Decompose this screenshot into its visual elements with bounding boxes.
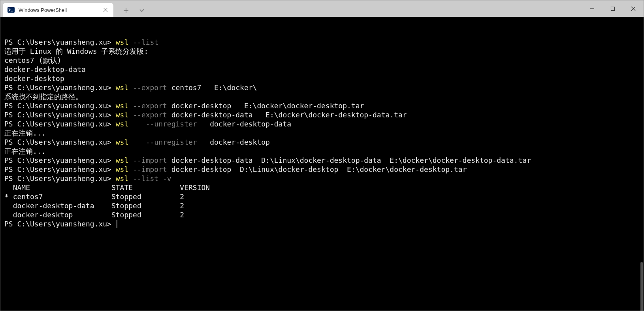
- powershell-icon: [8, 6, 15, 13]
- terminal-window: Windows PowerShell: [0, 0, 644, 311]
- terminal-line: PS C:\Users\yuansheng.xu> wsl --export c…: [4, 83, 640, 92]
- tab-title: Windows PowerShell: [19, 7, 98, 13]
- terminal-line: PS C:\Users\yuansheng.xu>: [4, 219, 640, 228]
- terminal-line: 适用于 Linux 的 Windows 子系统分发版:: [4, 47, 640, 56]
- terminal-line: 正在注销...: [4, 128, 640, 138]
- tab-close-button[interactable]: [102, 7, 109, 13]
- window-controls: [582, 0, 644, 17]
- scrollbar[interactable]: [638, 17, 644, 311]
- terminal-line: PS C:\Users\yuansheng.xu> wsl --list -v: [4, 174, 640, 183]
- terminal-line: PS C:\Users\yuansheng.xu> wsl --import d…: [4, 165, 640, 174]
- cursor: [117, 220, 117, 228]
- terminal-line: docker-desktop-data Stopped 2: [4, 201, 640, 210]
- terminal-line: docker-desktop: [4, 74, 640, 83]
- terminal-line: PS C:\Users\yuansheng.xu> wsl --unregist…: [4, 119, 640, 128]
- terminal-line: PS C:\Users\yuansheng.xu> wsl --import d…: [4, 156, 640, 165]
- close-button[interactable]: [623, 0, 644, 17]
- terminal-line: 系统找不到指定的路径。: [4, 92, 640, 101]
- terminal-line: docker-desktop Stopped 2: [4, 210, 640, 219]
- terminal-output[interactable]: PS C:\Users\yuansheng.xu> wsl --list适用于 …: [0, 17, 644, 311]
- new-tab-button[interactable]: [120, 4, 132, 17]
- svg-rect-7: [611, 7, 615, 11]
- terminal-line: PS C:\Users\yuansheng.xu> wsl --list: [4, 38, 640, 47]
- svg-rect-0: [8, 7, 15, 13]
- terminal-line: 正在注销...: [4, 147, 640, 156]
- minimize-button[interactable]: [582, 0, 603, 17]
- terminal-line: * centos7 Stopped 2: [4, 192, 640, 201]
- tabs-area: Windows PowerShell: [0, 0, 148, 17]
- tab-powershell[interactable]: Windows PowerShell: [3, 3, 113, 17]
- maximize-button[interactable]: [603, 0, 623, 17]
- terminal-line: PS C:\Users\yuansheng.xu> wsl --export d…: [4, 101, 640, 110]
- tab-dropdown-button[interactable]: [136, 4, 148, 17]
- terminal-line: PS C:\Users\yuansheng.xu> wsl --unregist…: [4, 138, 640, 147]
- terminal-line: NAME STATE VERSION: [4, 183, 640, 192]
- terminal-line: centos7 (默认): [4, 56, 640, 65]
- titlebar: Windows PowerShell: [0, 0, 644, 17]
- terminal-line: docker-desktop-data: [4, 65, 640, 74]
- scrollbar-thumb[interactable]: [640, 262, 643, 311]
- tab-actions: [113, 4, 148, 17]
- terminal-line: PS C:\Users\yuansheng.xu> wsl --export d…: [4, 110, 640, 119]
